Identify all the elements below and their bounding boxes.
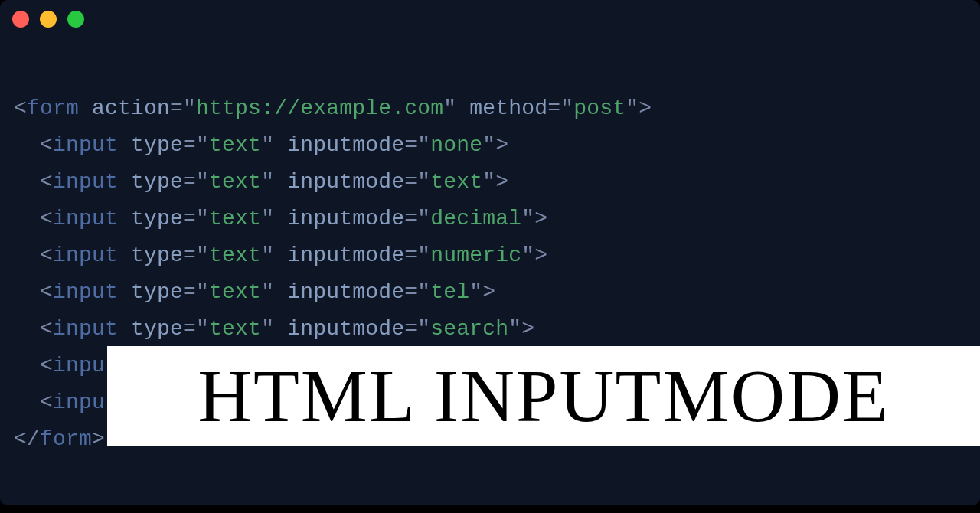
space <box>118 317 131 341</box>
code-line-input-partial: <inpu <box>14 354 105 377</box>
code-window: <form action="https://example.com" metho… <box>0 0 980 505</box>
tag-form: form <box>40 427 92 451</box>
code-line-input: <input type="text" inputmode="none"> <box>14 133 508 157</box>
space <box>118 207 131 230</box>
punct-eq: = <box>404 207 417 230</box>
punct-gt: > <box>534 243 547 267</box>
string-method: post <box>573 96 626 120</box>
string-inputmode: tel <box>430 280 469 304</box>
punct-eq: = <box>170 96 183 120</box>
space <box>274 133 287 157</box>
space <box>274 243 287 267</box>
punct-eq: = <box>404 170 417 194</box>
tag-input: input <box>53 170 118 194</box>
space <box>274 170 287 194</box>
tag-form: form <box>27 96 79 120</box>
punct-lt: < <box>40 243 53 267</box>
tag-input: input <box>53 243 118 267</box>
string-inputmode: text <box>430 170 482 194</box>
punct-quote: " <box>508 317 521 341</box>
punct-eq: = <box>404 133 417 157</box>
attr-type: type <box>131 207 183 230</box>
space <box>456 96 469 120</box>
string-type: text <box>209 170 261 194</box>
punct-quote: " <box>196 207 209 230</box>
string-inputmode: decimal <box>430 207 521 230</box>
indent <box>14 317 40 341</box>
window-close-icon[interactable] <box>12 11 29 28</box>
punct-eq: = <box>183 170 196 194</box>
attr-inputmode: inputmode <box>287 280 404 304</box>
punct-quote: " <box>417 170 430 194</box>
punct-gt: > <box>92 427 105 451</box>
string-type: text <box>209 243 261 267</box>
punct-quote: " <box>482 170 495 194</box>
punct-eq: = <box>547 96 560 120</box>
indent <box>14 390 40 414</box>
punct-lt: < <box>40 390 53 414</box>
code-line-input: <input type="text" inputmode="text"> <box>14 170 508 194</box>
attr-type: type <box>131 170 183 194</box>
punct-quote: " <box>443 96 456 120</box>
punct-lt-slash: </ <box>14 427 40 451</box>
space <box>118 170 131 194</box>
attr-action: action <box>92 96 170 120</box>
string-action: https://example.com <box>196 96 443 120</box>
punct-gt: > <box>639 96 652 120</box>
punct-quote: " <box>521 207 534 230</box>
punct-lt: < <box>40 170 53 194</box>
punct-gt: > <box>495 133 508 157</box>
space <box>118 133 131 157</box>
code-line-input: <input type="text" inputmode="decimal"> <box>14 207 547 230</box>
punct-quote: " <box>261 280 274 304</box>
punct-gt: > <box>482 280 495 304</box>
code-line-form-close: </form> <box>14 427 105 451</box>
tag-input-partial: inpu <box>53 390 105 414</box>
punct-eq: = <box>404 317 417 341</box>
attr-method: method <box>469 96 547 120</box>
string-type: text <box>209 280 261 304</box>
punct-eq: = <box>183 317 196 341</box>
punct-quote: " <box>560 96 573 120</box>
punct-gt: > <box>534 207 547 230</box>
punct-quote: " <box>626 96 639 120</box>
string-inputmode: numeric <box>430 243 521 267</box>
attr-type: type <box>131 243 183 267</box>
punct-eq: = <box>404 243 417 267</box>
tag-input: input <box>53 207 118 230</box>
code-line-form-open: <form action="https://example.com" metho… <box>14 96 652 120</box>
punct-lt: < <box>14 96 27 120</box>
string-type: text <box>209 317 261 341</box>
punct-quote: " <box>417 280 430 304</box>
attr-inputmode: inputmode <box>287 133 404 157</box>
space <box>118 280 131 304</box>
punct-quote: " <box>196 280 209 304</box>
punct-quote: " <box>196 317 209 341</box>
window-zoom-icon[interactable] <box>67 11 84 28</box>
indent <box>14 170 40 194</box>
attr-inputmode: inputmode <box>287 170 404 194</box>
space <box>274 207 287 230</box>
punct-eq: = <box>183 133 196 157</box>
tag-input: input <box>53 280 118 304</box>
attr-inputmode: inputmode <box>287 317 404 341</box>
punct-lt: < <box>40 133 53 157</box>
punct-eq: = <box>183 207 196 230</box>
punct-quote: " <box>196 243 209 267</box>
punct-lt: < <box>40 207 53 230</box>
tag-input-partial: inpu <box>53 354 105 377</box>
indent <box>14 354 40 377</box>
punct-quote: " <box>482 133 495 157</box>
code-line-input: <input type="text" inputmode="search"> <box>14 317 534 341</box>
punct-quote: " <box>417 317 430 341</box>
attr-type: type <box>131 133 183 157</box>
attr-inputmode: inputmode <box>287 207 404 230</box>
indent <box>14 243 40 267</box>
punct-quote: " <box>196 133 209 157</box>
punct-lt: < <box>40 317 53 341</box>
attr-type: type <box>131 280 183 304</box>
space <box>274 317 287 341</box>
punct-quote: " <box>261 317 274 341</box>
window-minimize-icon[interactable] <box>40 11 57 28</box>
space <box>118 243 131 267</box>
